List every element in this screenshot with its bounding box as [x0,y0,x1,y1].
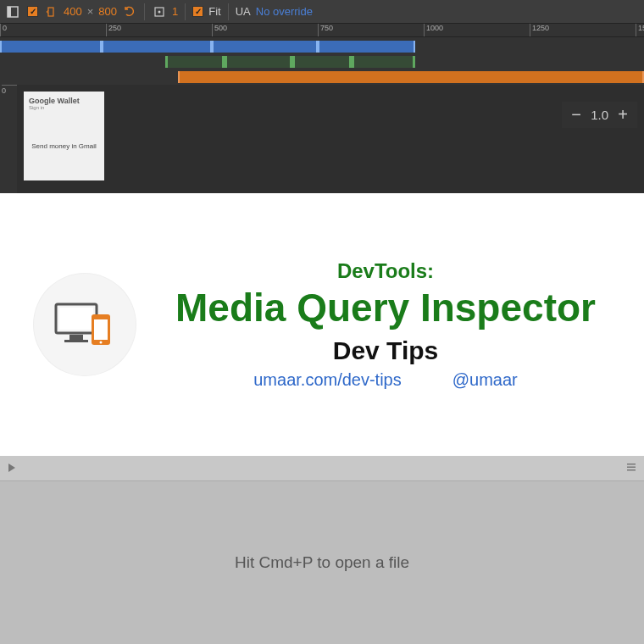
svg-rect-2 [48,8,53,16]
svg-rect-1 [8,7,11,17]
mq-bar-max-width[interactable] [212,41,318,53]
mq-bar-min-max[interactable] [165,56,225,68]
twitter-link[interactable]: @umaar [452,370,518,390]
dock-icon[interactable] [5,4,20,19]
fit-checkbox[interactable] [192,6,203,17]
svg-rect-12 [627,464,636,465]
svg-rect-7 [69,335,83,340]
swap-icon[interactable] [122,4,137,19]
zoom-out-button[interactable]: − [569,105,584,125]
dpr-value[interactable]: 1 [172,5,178,18]
svg-rect-14 [627,469,636,471]
viewport-preview[interactable]: Google Wallet Sign in Send money in Gmai… [17,85,644,195]
ruler-tick: 1000 [424,24,443,36]
dimensions-control[interactable]: 400 × 800 [27,4,137,19]
card-title: Media Query Inspector [161,286,610,330]
thumb-body: Send money in Gmail [29,142,99,150]
ruler-tick: 750 [318,24,333,36]
ua-value[interactable]: No override [256,5,313,18]
sources-panel: Hit Cmd+P to open a file [0,456,644,644]
svg-point-4 [158,10,161,13]
card-links: umaar.com/dev-tips @umaar [161,370,610,390]
svg-rect-8 [64,340,88,342]
device-toolbar: 400 × 800 1 Fit UA No override [0,0,644,24]
toolbar-divider-2 [185,3,186,20]
mq-bar-min-max[interactable] [292,56,352,68]
thumb-sub: Sign in [29,105,99,110]
devices-icon [34,274,136,375]
overflow-icon[interactable] [625,461,637,475]
toolbar-divider-3 [228,3,229,20]
mq-bar-min-width[interactable] [178,71,644,83]
dimensions-checkbox[interactable] [27,6,38,17]
website-link[interactable]: umaar.com/dev-tips [253,370,402,390]
zoom-control: − 1.0 + [562,102,637,128]
svg-rect-6 [59,308,93,330]
ua-label: UA [236,5,251,18]
ruler-tick: 0 [0,24,7,36]
vertical-ruler: 0 [0,85,17,195]
ruler-tick: 500 [212,24,227,36]
ruler-tick: 0 [2,85,19,95]
fit-control[interactable]: Fit [192,5,220,18]
dpr-icon [152,4,167,19]
mq-bar-max-width[interactable] [102,41,212,53]
rotate-icon[interactable] [43,4,58,19]
card-subtitle: Dev Tips [161,336,610,365]
open-file-hint: Hit Cmd+P to open a file [235,553,409,572]
play-icon[interactable] [7,462,17,475]
svg-rect-10 [94,319,108,340]
mq-bar-max-width[interactable] [0,41,102,53]
preview-area: 0 Google Wallet Sign in Send money in Gm… [0,85,644,195]
horizontal-ruler: 0250500750100012501500 [0,24,644,37]
mq-bar-min-max[interactable] [352,56,415,68]
svg-rect-13 [627,467,636,469]
dimension-separator: × [87,5,94,18]
media-query-inspector[interactable] [0,37,644,85]
svg-point-11 [100,341,103,344]
sources-empty-state: Hit Cmd+P to open a file [0,481,644,644]
mq-bar-max-width[interactable] [318,41,415,53]
ruler-tick: 1250 [530,24,549,36]
width-value[interactable]: 400 [64,5,82,18]
page-thumbnail[interactable]: Google Wallet Sign in Send money in Gmai… [24,92,104,180]
card-pretitle: DevTools: [161,259,610,283]
sources-toolbar [0,456,644,481]
height-value[interactable]: 800 [98,5,117,18]
toolbar-divider [144,3,145,20]
thumb-logo: Google Wallet [29,97,99,105]
ruler-tick: 1500 [636,24,644,36]
fit-label: Fit [208,5,220,18]
ruler-tick: 250 [106,24,121,36]
zoom-value: 1.0 [591,108,608,122]
ua-control[interactable]: UA No override [236,5,313,18]
mq-bar-min-max[interactable] [225,56,292,68]
dpr-control[interactable]: 1 [152,4,178,19]
zoom-in-button[interactable]: + [615,105,630,125]
title-text-block: DevTools: Media Query Inspector Dev Tips… [161,259,610,390]
title-card: DevTools: Media Query Inspector Dev Tips… [0,193,644,456]
